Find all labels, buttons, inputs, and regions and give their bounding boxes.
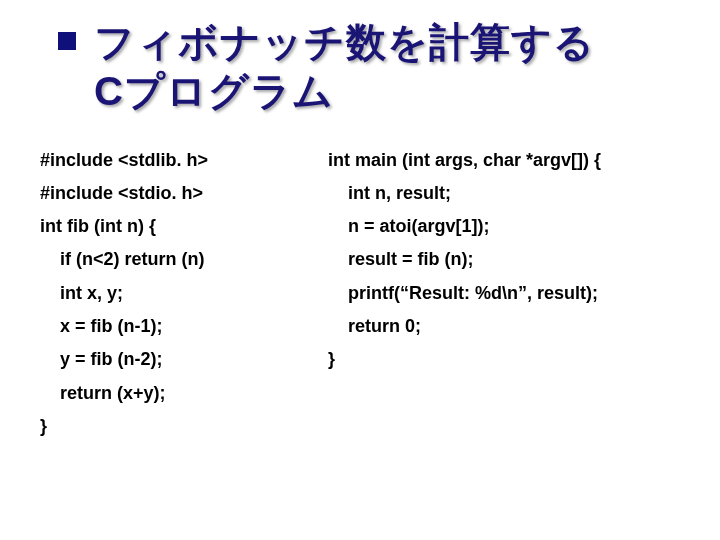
- code-line: return 0;: [328, 310, 658, 343]
- code-line: int fib (int n) {: [40, 210, 300, 243]
- code-line: }: [40, 410, 300, 443]
- code-column-right: int main (int args, char *argv[]) { int …: [328, 144, 658, 444]
- code-line: int x, y;: [40, 277, 300, 310]
- code-line: n = atoi(argv[1]);: [328, 210, 658, 243]
- code-line: return (x+y);: [40, 377, 300, 410]
- code-line: result = fib (n);: [328, 243, 658, 276]
- code-column-left: #include <stdlib. h> #include <stdio. h>…: [40, 144, 300, 444]
- slide-title: フィボナッチ数を計算する Cプログラム: [68, 18, 692, 116]
- code-line: }: [328, 343, 658, 376]
- title-line-1: フィボナッチ数を計算する: [94, 18, 692, 67]
- code-line: int n, result;: [328, 177, 658, 210]
- code-line: x = fib (n-1);: [40, 310, 300, 343]
- title-bullet: [58, 32, 76, 50]
- title-line-2: Cプログラム: [94, 67, 692, 116]
- code-line: #include <stdlib. h>: [40, 144, 300, 177]
- code-line: y = fib (n-2);: [40, 343, 300, 376]
- code-line: if (n<2) return (n): [40, 243, 300, 276]
- code-line: int main (int args, char *argv[]) {: [328, 144, 658, 177]
- code-line: printf(“Result: %d\n”, result);: [328, 277, 658, 310]
- code-line: #include <stdio. h>: [40, 177, 300, 210]
- code-columns: #include <stdlib. h> #include <stdio. h>…: [40, 144, 692, 444]
